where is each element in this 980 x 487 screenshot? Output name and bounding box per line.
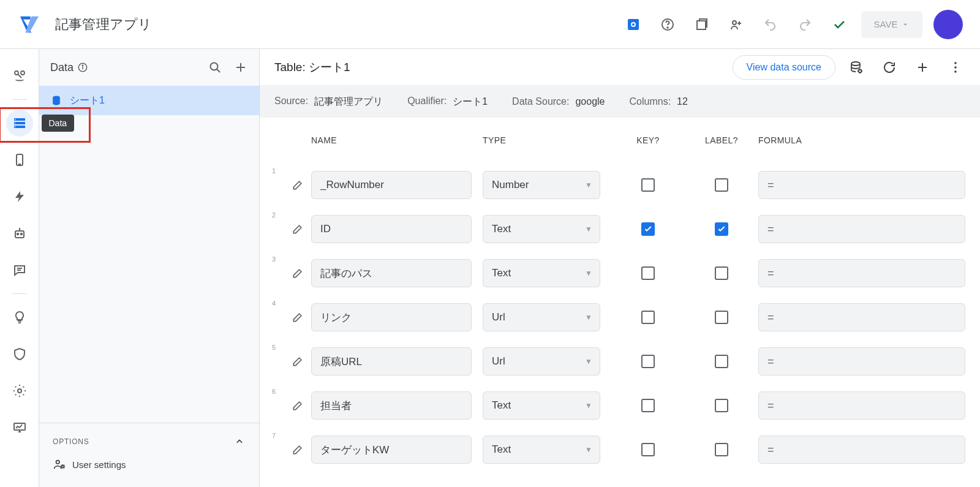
edit-column-button[interactable]: 5 (274, 347, 311, 376)
edit-column-button[interactable]: 7 (274, 436, 311, 464)
preview-button[interactable] (619, 10, 648, 39)
svg-point-31 (62, 466, 64, 468)
svg-rect-5 (697, 21, 706, 29)
add-icon[interactable] (233, 60, 248, 75)
rail-chat-icon[interactable] (6, 257, 33, 284)
column-name-input[interactable]: 記事のパス (311, 259, 472, 287)
edit-column-button[interactable]: 4 (274, 303, 311, 331)
chevron-up-icon (233, 436, 246, 448)
top-bar: 記事管理アプリ SAVE (0, 0, 980, 49)
svg-point-32 (851, 62, 860, 66)
save-button-label: SAVE (874, 19, 898, 29)
column-row: 3 記事のパス Text▼ = (262, 251, 965, 295)
label-checkbox[interactable] (685, 355, 758, 368)
column-row: 1 _RowNumber Number▼ = (262, 163, 965, 207)
column-name-input[interactable]: 原稿URL (311, 347, 472, 376)
svg-point-20 (18, 389, 21, 393)
refresh-icon[interactable] (877, 55, 902, 80)
column-name-input[interactable]: ターゲットKW (311, 436, 472, 464)
formula-input[interactable]: = (758, 391, 965, 420)
formula-input[interactable]: = (758, 303, 965, 331)
key-checkbox[interactable] (611, 355, 685, 368)
label-checkbox[interactable] (685, 443, 758, 456)
more-icon[interactable] (943, 55, 968, 80)
column-type-select[interactable]: Number▼ (483, 171, 600, 199)
label-checkbox[interactable] (685, 311, 758, 324)
column-type-select[interactable]: Text▼ (483, 259, 600, 287)
label-checkbox[interactable] (685, 266, 758, 280)
data-panel-title: Data (50, 61, 74, 74)
share-icon[interactable] (722, 10, 751, 39)
rail-actions-icon[interactable] (6, 183, 33, 210)
redo-icon[interactable] (790, 10, 820, 39)
rail-security-icon[interactable] (6, 341, 33, 368)
svg-point-37 (954, 66, 957, 69)
svg-line-26 (217, 69, 220, 72)
rail-views-icon[interactable] (6, 146, 33, 173)
rail-settings-icon[interactable] (6, 377, 33, 404)
save-button[interactable]: SAVE (861, 11, 922, 38)
label-checkbox[interactable] (685, 399, 758, 412)
left-rail: Data (0, 49, 39, 487)
column-name-input[interactable]: ID (311, 215, 472, 243)
column-row: 6 担当者 Text▼ = (262, 383, 965, 428)
key-checkbox[interactable] (611, 443, 685, 456)
svg-point-8 (21, 71, 24, 75)
user-settings-item[interactable]: User settings (53, 458, 246, 471)
key-checkbox[interactable] (611, 178, 685, 192)
edit-column-button[interactable]: 2 (274, 215, 311, 243)
formula-input[interactable]: = (758, 171, 965, 199)
svg-point-6 (733, 21, 736, 25)
database-icon (50, 94, 62, 107)
formula-input[interactable]: = (758, 215, 965, 243)
add-column-icon[interactable] (910, 55, 935, 80)
rail-home-icon[interactable] (6, 62, 33, 89)
rail-idea-icon[interactable] (6, 304, 33, 331)
label-checkbox[interactable] (685, 222, 758, 236)
regenerate-icon[interactable] (844, 55, 869, 80)
svg-point-36 (954, 62, 957, 64)
key-checkbox[interactable] (611, 222, 685, 236)
avatar[interactable] (933, 10, 963, 39)
svg-point-4 (667, 27, 668, 28)
table-info-bar: Source:記事管理アプリ Qualifier:シート1 Data Sourc… (260, 86, 980, 118)
svg-rect-10 (15, 123, 16, 124)
formula-input[interactable]: = (758, 436, 965, 464)
undo-icon[interactable] (756, 10, 785, 39)
column-row: 5 原稿URL Url▼ = (262, 339, 965, 383)
column-name-input[interactable]: リンク (311, 303, 472, 331)
rail-manage-icon[interactable] (6, 414, 33, 441)
options-section: OPTIONS User settings (39, 423, 259, 487)
column-name-input[interactable]: _RowNumber (311, 171, 472, 199)
search-icon[interactable] (208, 60, 222, 75)
column-row: 4 リンク Url▼ = (262, 295, 965, 339)
data-table-item[interactable]: シート1 (39, 86, 259, 115)
formula-input[interactable]: = (758, 259, 965, 287)
key-checkbox[interactable] (611, 266, 685, 280)
rail-automation-icon[interactable] (6, 220, 33, 247)
info-icon[interactable] (77, 62, 88, 73)
user-settings-icon (53, 458, 66, 471)
backup-icon[interactable] (687, 10, 717, 39)
key-checkbox[interactable] (611, 311, 685, 324)
edit-column-button[interactable]: 3 (274, 259, 311, 287)
view-data-source-button[interactable]: View data source (733, 55, 835, 80)
column-name-input[interactable]: 担当者 (311, 391, 472, 420)
options-header[interactable]: OPTIONS (53, 436, 246, 448)
rail-data-icon[interactable]: Data (6, 110, 33, 137)
column-type-select[interactable]: Text▼ (483, 436, 600, 464)
check-icon[interactable] (824, 10, 854, 39)
column-type-select[interactable]: Url▼ (483, 347, 600, 376)
formula-input[interactable]: = (758, 347, 965, 376)
column-type-select[interactable]: Text▼ (483, 215, 600, 243)
key-checkbox[interactable] (611, 399, 685, 412)
column-type-select[interactable]: Text▼ (483, 391, 600, 420)
svg-point-15 (17, 233, 18, 235)
help-icon[interactable] (653, 10, 682, 39)
edit-column-button[interactable]: 1 (274, 171, 311, 199)
label-checkbox[interactable] (685, 178, 758, 192)
column-type-select[interactable]: Url▼ (483, 303, 600, 331)
svg-point-2 (632, 23, 635, 26)
edit-column-button[interactable]: 6 (274, 391, 311, 420)
svg-point-25 (211, 63, 218, 70)
